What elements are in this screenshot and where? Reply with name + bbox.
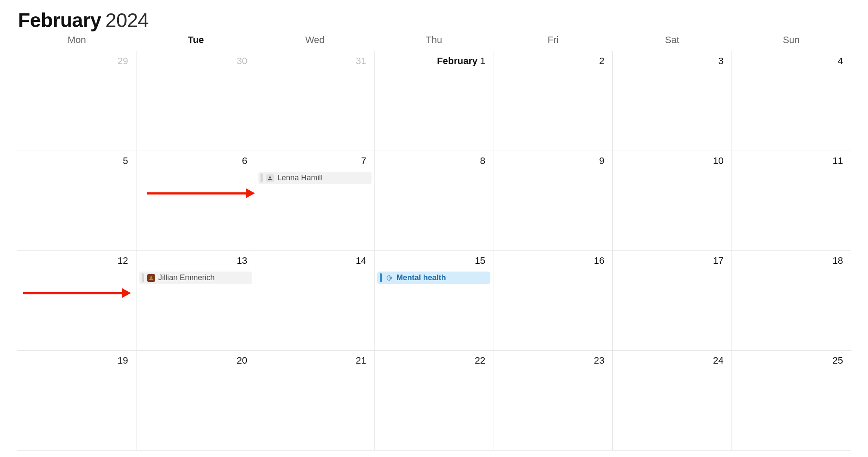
event-label: Jillian Emmerich [158,273,215,282]
calendar-cell[interactable]: 14 [255,251,375,351]
day-number-value: 17 [713,255,723,266]
title-month: February [18,9,101,32]
target-icon [385,274,393,282]
day-number-value: 6 [242,155,247,166]
day-number: 21 [356,355,366,366]
person-icon [266,174,274,182]
calendar-event[interactable]: Lenna Hamill [258,172,372,184]
calendar-cell[interactable]: 8 [375,151,494,251]
day-number-value: 8 [480,155,485,166]
day-number: 20 [237,355,247,366]
day-number-value: 16 [594,255,604,266]
calendar-cell[interactable]: 18 [732,251,851,351]
day-number: 8 [480,155,485,167]
calendar-cell[interactable]: 25 [732,351,851,451]
day-number-value: 12 [118,255,128,266]
day-number: 29 [118,56,128,67]
day-number-value: 7 [361,155,366,166]
month-prefix: February [437,56,477,66]
weekday-wed: Wed [255,34,375,46]
calendar-cell[interactable]: 23 [493,351,613,451]
day-number: 14 [356,255,366,266]
event-label: Lenna Hamill [277,173,322,182]
calendar-title: February 2024 [17,9,851,32]
calendar-cell[interactable]: 16 [493,251,613,351]
day-number-value: 22 [475,355,485,366]
day-number: 5 [123,155,128,167]
calendar-cell[interactable]: 21 [255,351,375,451]
calendar-cell[interactable]: 7Lenna Hamill [255,151,375,251]
day-number-value: 14 [356,255,366,266]
day-number-value: 24 [713,355,723,366]
day-number-value: 10 [713,155,723,166]
calendar-cell[interactable]: 17 [613,251,732,351]
calendar-cell[interactable]: 10 [613,151,732,251]
calendar-cell[interactable]: 9 [493,151,613,251]
calendar-cell[interactable]: 11 [732,151,851,251]
day-number-value: 31 [356,56,366,66]
calendar-cell[interactable]: 3 [613,51,732,151]
weekday-sat: Sat [613,34,732,46]
calendar-cell[interactable]: 19 [17,351,136,451]
day-number: 16 [594,255,604,266]
event-label: Mental health [397,273,446,282]
day-number: 2 [599,56,604,67]
events-container: Lenna Hamill [258,172,372,184]
day-number-value: 25 [833,355,843,366]
day-number-value: 18 [833,255,843,266]
day-number: 25 [833,355,843,366]
weekday-mon: Mon [17,34,136,46]
day-number-value: 29 [118,56,128,66]
calendar-cell[interactable]: 15Mental health [375,251,494,351]
day-number-value: 30 [237,56,247,66]
day-number-value: 4 [838,56,843,66]
calendar-cell[interactable]: 2 [493,51,613,151]
day-number: 19 [118,355,128,366]
weekday-thu: Thu [375,34,494,46]
day-number: 24 [713,355,723,366]
calendar-event[interactable]: Jillian Emmerich [139,272,253,284]
events-container: Mental health [377,272,491,284]
calendar-cell[interactable]: 22 [375,351,494,451]
calendar-cell[interactable]: 13Jillian Emmerich [136,251,256,351]
day-number-value: 5 [123,155,128,166]
day-number: 12 [118,255,128,266]
calendar-cell[interactable]: 24 [613,351,732,451]
day-number: 10 [713,155,723,167]
calendar-cell[interactable]: 12 [17,251,136,351]
day-number-value: 9 [599,155,604,166]
weekday-tue: Tue [136,34,256,46]
day-number-value: 13 [237,255,247,266]
day-number: February1 [437,56,485,67]
day-number: 11 [833,155,843,167]
weekday-header: MonTueWedThuFriSatSun [17,34,851,51]
weekday-sun: Sun [732,34,851,46]
calendar-cell[interactable]: 29 [17,51,136,151]
day-number-value: 3 [718,56,723,66]
day-number-value: 23 [594,355,604,366]
day-number-value: 11 [833,155,843,166]
day-number: 15 [475,255,485,266]
calendar-cell[interactable]: 5 [17,151,136,251]
day-number-value: 15 [475,255,485,266]
day-number-value: 1 [480,56,485,66]
day-number-value: 20 [237,355,247,366]
calendar-cell[interactable]: 30 [136,51,256,151]
calendar-cell[interactable]: 20 [136,351,256,451]
events-container: Jillian Emmerich [139,272,253,284]
weekday-fri: Fri [493,34,613,46]
calendar-event[interactable]: Mental health [377,272,491,284]
calendar-cell[interactable]: 4 [732,51,851,151]
calendar-cell[interactable]: February1 [375,51,494,151]
day-number: 6 [242,155,247,167]
day-number: 13 [237,255,247,266]
day-number: 22 [475,355,485,366]
svg-point-2 [389,278,390,278]
calendar-cell[interactable]: 6 [136,151,256,251]
day-number: 4 [838,56,843,67]
day-number: 17 [713,255,723,266]
day-number: 31 [356,56,366,67]
day-number-value: 2 [599,56,604,66]
calendar-cell[interactable]: 31 [255,51,375,151]
day-number: 18 [833,255,843,266]
